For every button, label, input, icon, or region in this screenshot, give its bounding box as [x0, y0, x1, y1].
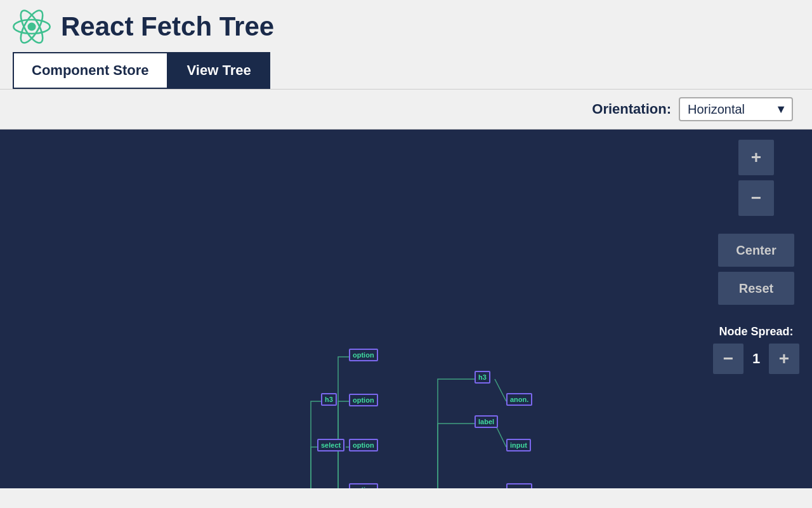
node-option1[interactable]: option	[349, 349, 378, 361]
node-anon-b2[interactable]: anon.	[506, 483, 532, 488]
reset-button[interactable]: Reset	[718, 272, 794, 305]
orientation-select[interactable]: Horizontal Vertical	[679, 97, 793, 121]
node-option4[interactable]: option	[349, 483, 378, 488]
controls-panel: + − Center Reset Node Spread: − 1 +	[713, 140, 799, 374]
spread-plus-button[interactable]: +	[769, 344, 799, 374]
node-spread-row: − 1 +	[713, 344, 799, 374]
header: React Fetch Tree Component Store View Tr…	[0, 0, 812, 90]
component-store-button[interactable]: Component Store	[13, 52, 168, 89]
orientation-row: Orientation: Horizontal Vertical ▼	[0, 90, 812, 130]
tree-area: Fiber Roo anon. div App div div FetchTre…	[0, 130, 812, 488]
svg-line-10	[495, 379, 506, 401]
tree-canvas	[0, 130, 812, 488]
node-h3a[interactable]: h3	[321, 393, 337, 406]
zoom-out-button[interactable]: −	[738, 180, 774, 216]
node-select[interactable]: select	[317, 439, 344, 451]
zoom-in-button[interactable]: +	[738, 140, 774, 175]
node-h3b[interactable]: h3	[475, 371, 490, 384]
orientation-select-wrapper: Horizontal Vertical ▼	[679, 97, 793, 121]
app-title: React Fetch Tree	[61, 11, 274, 42]
orientation-label: Orientation:	[592, 101, 671, 117]
react-logo-icon	[13, 8, 51, 46]
node-option3[interactable]: option	[349, 439, 378, 451]
svg-point-0	[27, 22, 36, 30]
node-input-b1[interactable]: input	[506, 439, 531, 451]
view-tree-button[interactable]: View Tree	[168, 52, 270, 89]
spread-value: 1	[749, 351, 764, 367]
node-option2[interactable]: option	[349, 394, 378, 406]
node-spread-label: Node Spread:	[719, 325, 793, 338]
spread-minus-button[interactable]: −	[713, 344, 743, 374]
node-label-b1[interactable]: label	[475, 415, 498, 428]
nav-row: Component Store View Tree	[13, 52, 799, 89]
center-button[interactable]: Center	[718, 234, 794, 267]
title-row: React Fetch Tree	[13, 8, 799, 46]
node-anon-b1[interactable]: anon.	[506, 393, 532, 406]
